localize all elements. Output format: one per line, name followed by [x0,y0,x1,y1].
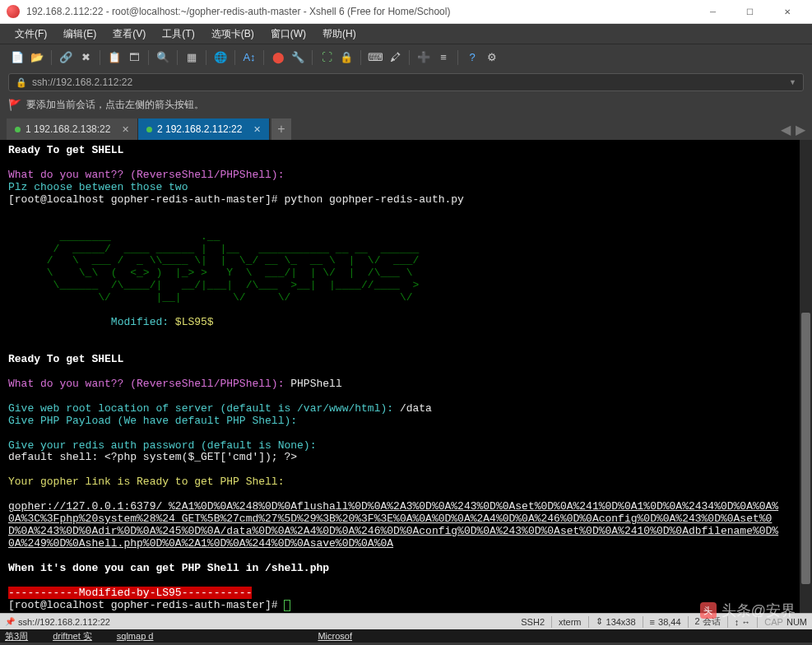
script-icon[interactable]: 🔧 [289,49,307,67]
tab-label: 2 192.168.2.112:22 [157,123,242,135]
padlock-icon: 🔒 [16,77,27,88]
terminal-line: Your gopher link is Ready to get PHP She… [8,476,284,488]
menu-file[interactable]: 文件(F) [8,25,53,44]
taskbar-item[interactable]: sqlmap d [117,631,154,641]
gopher-link: gopher://127.0.0.1:6379/_%2A1%0D%0A%248%… [8,501,782,550]
ascii-art: \ \_\ ( <_> ) |_> > Y \ ___/| | \/ | /\_… [8,267,412,279]
fullscreen-icon[interactable]: ⛶ [318,49,336,67]
ascii-art: \/ |__| \/ \/ \/ [8,291,412,304]
terminal-input: /data [400,402,432,415]
terminal-line: Give web root location of server (defaul… [8,402,400,415]
ascii-art: / \ ___ / _ \\____ \| | \_/ __ \_ __ \ |… [8,254,419,267]
hint-bar: 🚩 要添加当前会话，点击左侧的箭头按钮。 [0,95,812,118]
terminal-line: What do you want?? (ReverseShell/PHPShel… [8,169,284,181]
settings-icon[interactable]: ⚙ [483,49,501,67]
menu-tabs[interactable]: 选项卡(B) [205,25,261,44]
status-path: ssh://192.168.2.112:22 [18,617,110,627]
reconnect-icon[interactable]: 🔗 [57,49,75,67]
list-icon[interactable]: ≡ [434,49,452,67]
app-icon [7,5,20,18]
add-icon[interactable]: ➕ [415,49,433,67]
terminal-line: Give PHP Payload (We have default PHP Sh… [8,415,297,427]
terminal-scrollbar[interactable] [800,140,812,613]
menubar: 文件(F) 编辑(E) 查看(V) 工具(T) 选项卡(B) 窗口(W) 帮助(… [0,24,812,44]
terminal-line: Plz choose between those two [8,181,188,193]
tab-next-icon[interactable]: ▶ [796,122,805,137]
terminal-line: Ready To get SHELL [8,144,123,156]
statusbar: 📌 ssh://192.168.2.112:22 SSH2 xterm ⇕134… [0,613,812,629]
ascii-art: / _____/ ____ ______ | |__ ___________ _… [8,243,419,255]
terminal-line: Ready To get SHELL [8,353,123,365]
scrollbar-thumb[interactable] [801,313,810,584]
search-icon[interactable]: 🔍 [154,49,172,67]
terminal[interactable]: Ready To get SHELL What do you want?? (R… [0,140,800,613]
session-tabs: 1 192.168.2.138:22 ✕ 2 192.168.2.112:22 … [0,118,812,140]
tab-add-button[interactable]: + [271,118,291,140]
status-proto: SSH2 [521,617,545,627]
toolbar: 📄 📂 🔗 ✖ 📋 🗔 🔍 ▦ 🌐 A↕ ⬤ 🔧 ⛶ 🔒 ⌨ 🖍 ➕ ≡ ? ⚙ [0,44,812,70]
taskbar-item[interactable]: 第3周 [5,630,28,643]
minimize-button[interactable]: ─ [694,0,731,24]
window-controls: ─ ☐ ✕ [694,0,805,24]
terminal-prompt: [root@localhost gopher-redis-auth-master… [8,599,284,611]
maximize-button[interactable]: ☐ [731,0,768,24]
terminal-line: Give your redis auth password (default i… [8,439,316,452]
terminal-line: Modified: [111,316,175,328]
status-dot-icon [15,127,21,132]
pin-icon[interactable]: 📌 [5,617,15,626]
terminal-input: PHPShell [284,378,341,390]
ascii-art: ________ .__ [8,230,220,243]
terminal-line: -----------Modified-by-LS95----------- [8,587,252,599]
status-num: NUM [786,617,807,627]
close-button[interactable]: ✕ [768,0,805,24]
open-folder-icon[interactable]: 📂 [28,49,46,67]
disconnect-icon[interactable]: ✖ [77,49,95,67]
menu-edit[interactable]: 编辑(E) [57,25,103,44]
flag-icon: 🚩 [8,99,21,111]
dropdown-icon[interactable]: ▼ [789,78,796,86]
terminal-line: [root@localhost gopher-redis-auth-master… [8,193,464,206]
status-term: xterm [559,617,582,627]
highlight-icon[interactable]: 🖍 [386,49,404,67]
status-cap: CAP [764,617,783,627]
status-size: 134x38 [606,617,636,627]
status-pos: 38,44 [658,617,681,627]
addressbar-url: ssh://192.168.2.112:22 [32,77,784,88]
new-session-icon[interactable]: 📄 [8,49,26,67]
record-icon[interactable]: ⬤ [269,49,287,67]
terminal-line: What do you want?? (ReverseShell/PHPShel… [8,378,284,390]
hint-text: 要添加当前会话，点击左侧的箭头按钮。 [26,98,204,112]
terminal-line: default shell: <?php system($_GET['cmd']… [8,451,297,463]
terminal-wrap: Ready To get SHELL What do you want?? (R… [0,140,812,613]
properties-icon[interactable]: 🗔 [125,49,143,67]
font-icon[interactable]: A↕ [240,49,258,67]
window-titlebar: 192.168.2.112:22 - root@localhost:~/goph… [0,0,812,24]
menu-view[interactable]: 查看(V) [106,25,152,44]
window-title: 192.168.2.112:22 - root@localhost:~/goph… [26,6,694,17]
menu-help[interactable]: 帮助(H) [316,25,363,44]
menu-tools[interactable]: 工具(T) [155,25,201,44]
cursor-icon [284,600,290,611]
tab-prev-icon[interactable]: ◀ [781,122,791,137]
menu-window[interactable]: 窗口(W) [264,25,313,44]
lock-icon[interactable]: 🔒 [337,49,355,67]
tab-label: 1 192.168.2.138:22 [26,123,110,135]
status-sessions: 2 会话 [695,615,721,628]
keyboard-icon[interactable]: ⌨ [366,49,384,67]
taskbar-item[interactable]: driftnet 实 [53,630,92,643]
status-dot-icon [146,127,152,132]
addressbar[interactable]: 🔒 ssh://192.168.2.112:22 ▼ [8,73,804,91]
help-icon[interactable]: ? [463,49,481,67]
terminal-line: $LS95$ [175,316,214,328]
taskbar-item[interactable]: Microsof [318,631,352,641]
os-taskbar: 第3周 driftnet 实 sqlmap d Microsof [0,629,812,643]
layout-icon[interactable]: ▦ [183,49,201,67]
tab-session-1[interactable]: 1 192.168.2.138:22 ✕ [7,118,138,140]
tab-session-2[interactable]: 2 192.168.2.112:22 ✕ [138,118,270,140]
addressbar-wrap: 🔒 ssh://192.168.2.112:22 ▼ [0,70,812,95]
globe-icon[interactable]: 🌐 [211,49,230,67]
terminal-line: When it's done you can get PHP Shell in … [8,562,329,574]
tab-close-icon[interactable]: ✕ [122,124,129,135]
tab-close-icon[interactable]: ✕ [253,124,261,135]
copy-icon[interactable]: 📋 [105,49,123,67]
